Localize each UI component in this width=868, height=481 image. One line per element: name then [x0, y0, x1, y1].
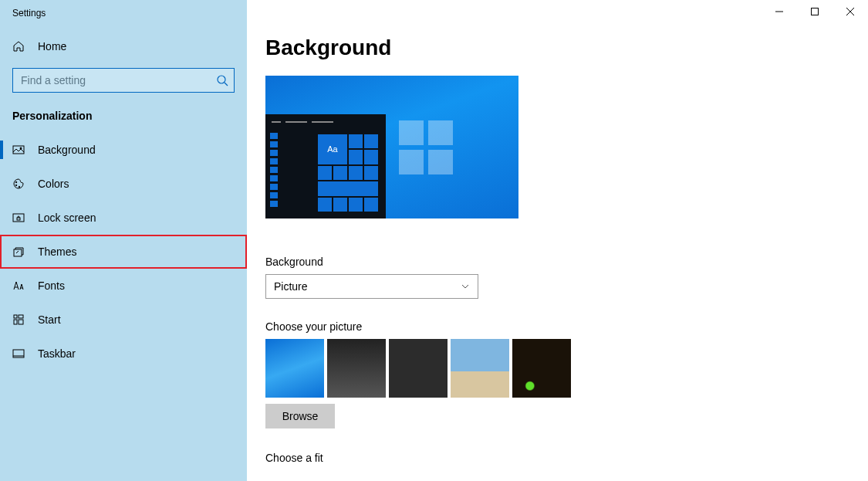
picture-thumb-3[interactable]	[389, 339, 448, 398]
browse-button[interactable]: Browse	[265, 404, 335, 428]
choose-picture-label: Choose your picture	[265, 320, 868, 333]
sidebar-item-taskbar[interactable]: Taskbar	[0, 337, 247, 371]
sidebar-item-start[interactable]: Start	[0, 303, 247, 337]
picture-thumbnails	[265, 339, 868, 398]
picture-thumb-5[interactable]	[512, 339, 571, 398]
svg-rect-8	[17, 218, 20, 220]
svg-line-1	[225, 83, 228, 86]
svg-rect-10	[14, 315, 17, 318]
preview-tile-aa: Aa	[318, 134, 347, 164]
preview-start-menu: Aa	[265, 114, 386, 218]
search-box[interactable]	[12, 68, 235, 93]
section-title: Personalization	[0, 105, 247, 133]
selection-indicator	[0, 141, 3, 159]
picture-thumb-1[interactable]	[265, 339, 324, 398]
sidebar-item-label: Themes	[38, 246, 77, 258]
search-icon	[216, 74, 228, 86]
picture-thumb-4[interactable]	[451, 339, 509, 398]
background-dropdown[interactable]: Picture	[265, 274, 478, 299]
svg-point-5	[15, 185, 17, 186]
sidebar-item-background[interactable]: Background	[0, 133, 247, 167]
svg-rect-11	[19, 315, 23, 318]
svg-point-3	[20, 147, 22, 149]
themes-icon	[12, 246, 25, 258]
sidebar-item-label: Background	[38, 144, 96, 156]
maximize-button[interactable]	[797, 0, 833, 23]
lockscreen-icon	[12, 212, 25, 224]
main-content: Background Aa Background Picture Choose …	[247, 0, 868, 481]
chevron-down-icon	[461, 282, 470, 291]
titlebar-controls	[762, 0, 868, 23]
desktop-preview: Aa	[265, 76, 518, 218]
svg-rect-12	[14, 320, 17, 324]
sidebar: Settings Home Personalization Background…	[0, 0, 247, 481]
sidebar-item-fonts[interactable]: Fonts	[0, 269, 247, 303]
background-label: Background	[265, 256, 868, 268]
sidebar-item-colors[interactable]: Colors	[0, 167, 247, 201]
svg-point-4	[15, 181, 17, 183]
svg-point-0	[218, 76, 225, 83]
sidebar-nav: Background Colors Lock screen Themes Fon…	[0, 133, 247, 371]
picture-icon	[12, 144, 25, 156]
sidebar-home[interactable]: Home	[0, 32, 247, 60]
sidebar-item-lockscreen[interactable]: Lock screen	[0, 201, 247, 235]
minimize-button[interactable]	[762, 0, 797, 23]
sidebar-item-label: Fonts	[38, 279, 65, 292]
sidebar-item-label: Start	[38, 313, 61, 326]
dropdown-value: Picture	[274, 280, 308, 293]
svg-rect-9	[14, 249, 22, 256]
fonts-icon	[12, 279, 25, 292]
windows-logo-icon	[399, 120, 453, 174]
close-button[interactable]	[833, 0, 868, 23]
page-title: Background	[265, 36, 868, 60]
search-input[interactable]	[12, 68, 235, 93]
home-label: Home	[38, 40, 66, 53]
picture-thumb-2[interactable]	[327, 339, 386, 398]
svg-point-6	[19, 186, 20, 188]
svg-rect-13	[19, 320, 23, 324]
taskbar-icon	[12, 347, 25, 360]
sidebar-item-themes[interactable]: Themes	[0, 235, 247, 269]
svg-rect-17	[812, 8, 819, 15]
sidebar-item-label: Lock screen	[38, 212, 96, 224]
home-icon	[12, 40, 25, 53]
start-icon	[12, 313, 25, 326]
choose-fit-label: Choose a fit	[265, 452, 868, 464]
app-title: Settings	[0, 8, 247, 32]
sidebar-item-label: Colors	[38, 178, 69, 190]
sidebar-item-label: Taskbar	[38, 347, 76, 360]
svg-rect-2	[13, 146, 24, 154]
palette-icon	[12, 178, 25, 190]
